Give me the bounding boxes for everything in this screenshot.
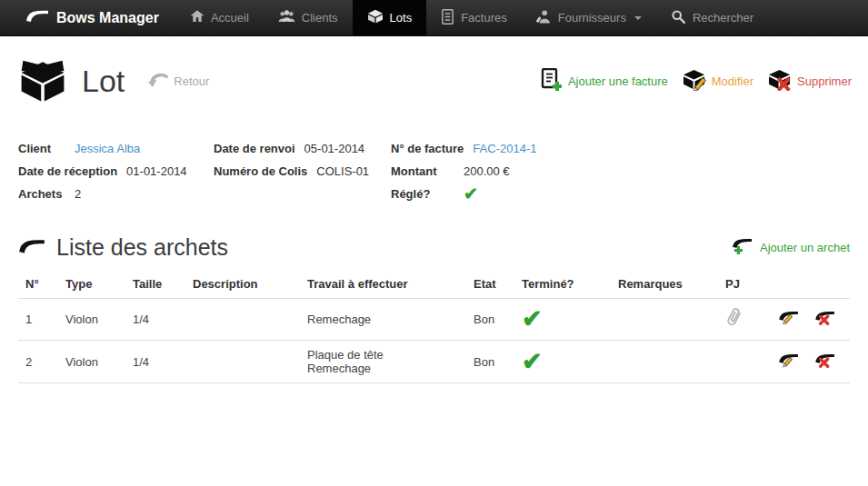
cell-num: 2 — [18, 341, 58, 383]
archets-label: Archets — [18, 187, 65, 201]
col-etat: Etat — [466, 270, 514, 299]
table-header-row: N° Type Taille Description Travail à eff… — [18, 270, 850, 299]
back-arrow-icon — [148, 72, 168, 91]
nav-item-factures[interactable]: Factures — [426, 0, 522, 35]
lot-details: Client Jessica Alba Date de réception 01… — [18, 137, 850, 205]
cell-taille: 1/4 — [125, 341, 185, 383]
bow-logo-icon — [25, 9, 49, 27]
cell-description — [185, 299, 300, 341]
cell-pj — [718, 299, 773, 341]
open-box-icon — [18, 56, 67, 106]
chevron-down-icon — [634, 16, 642, 20]
page-header: Lot Retour — [18, 56, 850, 106]
regle-label: Réglé? — [391, 187, 454, 201]
col-travail: Travail à effectuer — [300, 270, 466, 299]
add-archet-label: Ajouter un archet — [760, 241, 850, 254]
nav-item-rechercher[interactable]: Rechercher — [656, 0, 768, 35]
edit-lot-icon — [683, 69, 707, 94]
col-num: N° — [18, 270, 58, 299]
bow-icon — [18, 238, 45, 258]
page-title: Lot — [82, 64, 125, 99]
back-label: Retour — [174, 74, 209, 88]
cell-etat: Bon — [466, 341, 514, 383]
nav-label: Fournisseurs — [558, 11, 626, 25]
home-icon — [190, 9, 205, 26]
list-title: Liste des archets — [56, 234, 228, 261]
document-icon — [441, 9, 454, 27]
check-icon: ✔ — [522, 305, 543, 332]
cell-actions — [773, 299, 850, 341]
search-icon — [671, 9, 686, 27]
col-actions — [773, 270, 850, 299]
cell-type: Violon — [58, 341, 125, 383]
date-reception-label: Date de réception — [18, 164, 117, 178]
cell-pj — [718, 341, 773, 383]
cell-remarques — [611, 299, 718, 341]
nav-label: Accueil — [211, 11, 249, 25]
col-type: Type — [58, 270, 125, 299]
edit-archet-button[interactable] — [777, 310, 801, 329]
col-pj: PJ — [718, 270, 773, 299]
box-icon — [367, 9, 384, 26]
brand-label: Bows Manager — [56, 10, 159, 26]
table-row: 2 Violon 1/4 Plaque de tête Remechage Bo… — [18, 341, 850, 383]
cell-termine: ✔ — [514, 341, 611, 383]
client-label: Client — [18, 142, 65, 155]
colis-value: COLIS-01 — [316, 164, 369, 178]
date-reception-value: 01-01-2014 — [126, 164, 187, 178]
col-description: Description — [185, 270, 300, 299]
client-link[interactable]: Jessica Alba — [75, 142, 140, 155]
list-header: Liste des archets Ajouter un archet — [18, 234, 850, 261]
col-remarques: Remarques — [611, 270, 718, 299]
delete-archet-button[interactable] — [813, 310, 837, 329]
cell-num: 1 — [18, 299, 58, 341]
cell-remarques — [611, 341, 718, 383]
nav-item-accueil[interactable]: Accueil — [175, 0, 264, 35]
cell-etat: Bon — [466, 299, 514, 341]
nav-item-lots[interactable]: Lots — [353, 0, 427, 35]
cell-description — [185, 341, 300, 383]
header-actions: Ajouter une facture Modifier — [540, 68, 852, 94]
check-icon: ✔ — [464, 185, 478, 203]
date-renvoi-label: Date de renvoi — [214, 142, 295, 155]
brand[interactable]: Bows Manager — [0, 0, 175, 35]
montant-value: 200.00 € — [464, 164, 510, 178]
paperclip-icon[interactable] — [725, 306, 743, 332]
col-termine: Terminé? — [514, 270, 611, 299]
edit-lot-label: Modifier — [712, 74, 753, 88]
nav-label: Lots — [390, 11, 413, 25]
back-link[interactable]: Retour — [148, 72, 209, 91]
facture-label: N° de facture — [391, 142, 464, 155]
top-navbar: Bows Manager Accueil Clients L — [0, 0, 868, 36]
delete-lot-icon — [768, 69, 793, 94]
edit-lot-button[interactable]: Modifier — [683, 69, 753, 94]
cell-taille: 1/4 — [125, 299, 185, 341]
nav-item-clients[interactable]: Clients — [264, 0, 353, 35]
date-renvoi-value: 05-01-2014 — [304, 142, 365, 155]
cell-type: Violon — [58, 299, 125, 341]
facture-link[interactable]: FAC-2014-1 — [473, 142, 536, 155]
delete-archet-button[interactable] — [813, 352, 837, 372]
archets-table: N° Type Taille Description Travail à eff… — [18, 270, 850, 383]
add-invoice-label: Ajouter une facture — [568, 74, 668, 88]
archets-value: 2 — [75, 187, 81, 201]
supplier-icon — [536, 9, 552, 27]
cell-actions — [773, 341, 850, 383]
check-icon: ✔ — [522, 348, 543, 375]
add-archet-button[interactable]: Ajouter un archet — [731, 237, 850, 258]
table-row: 1 Violon 1/4 Remechage Bon ✔ — [18, 299, 850, 341]
nav-item-fournisseurs[interactable]: Fournisseurs — [522, 0, 656, 35]
colis-label: Numéro de Colis — [214, 164, 307, 178]
cell-travail: Remechage — [300, 299, 466, 341]
add-invoice-button[interactable]: Ajouter une facture — [540, 68, 668, 94]
delete-lot-label: Supprimer — [797, 74, 852, 88]
users-icon — [278, 9, 295, 26]
nav-label: Factures — [461, 11, 507, 25]
edit-archet-button[interactable] — [777, 352, 801, 372]
add-archet-icon — [731, 237, 754, 258]
nav-label: Clients — [302, 11, 338, 25]
col-taille: Taille — [125, 270, 185, 299]
delete-lot-button[interactable]: Supprimer — [768, 69, 852, 94]
montant-label: Montant — [391, 164, 454, 178]
cell-travail: Plaque de tête Remechage — [300, 341, 466, 383]
